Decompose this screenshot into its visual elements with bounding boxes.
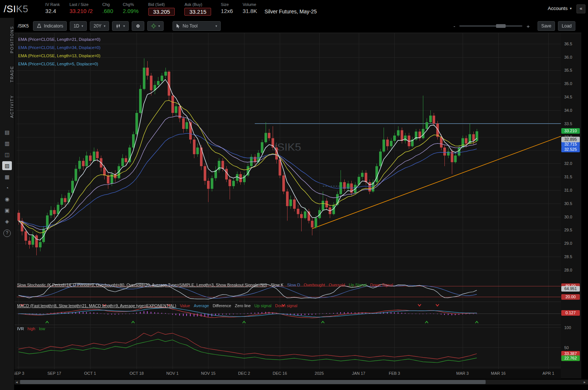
drawing-tool-dropdown[interactable]: No Tool ▾ [173, 21, 221, 31]
price-axis-label: 30.5 [564, 201, 572, 206]
header-stat-chg: Chg%2.09% [123, 2, 139, 14]
horizontal-scrollbar[interactable]: ◂ ▸ [14, 380, 588, 384]
zoom-out-button[interactable]: - [452, 23, 456, 29]
legend-item[interactable]: Oversold [329, 283, 345, 287]
accounts-dropdown[interactable]: Accounts ▾ [548, 6, 572, 11]
scroll-left-icon[interactable]: ◂ [14, 380, 19, 384]
price-axis-label: 35.0 [564, 81, 572, 86]
legend-item[interactable]: Up signal [254, 303, 272, 308]
range-dropdown[interactable]: 20Y ▾ [90, 21, 109, 31]
symbol-title: /SIK5 [4, 3, 28, 15]
legend-item[interactable]: Overbought [304, 283, 325, 287]
legend-item[interactable]: Down signal [275, 303, 298, 308]
stat-label: Size [221, 2, 233, 7]
stat-label: Ask (Buy) [184, 2, 211, 7]
price-axis-label: 34.0 [564, 108, 572, 113]
price-axis[interactable]: 36.536.035.535.034.534.033.533.032.532.0… [561, 33, 581, 378]
chevron-down-icon: ▾ [216, 24, 217, 28]
time-axis-label: NOV 15 [201, 371, 216, 376]
macd-panel[interactable]: MACD (Fast length=8, Slow length=21, MAC… [14, 302, 561, 325]
macd-legend: MACD (Fast length=8, Slow length=21, MAC… [17, 303, 301, 308]
header-stat-volume: Volume31.8K [243, 2, 257, 14]
chart-settings-button[interactable] [132, 21, 144, 31]
price-axis-label: 28.5 [564, 254, 572, 259]
ema-study-label[interactable]: EMA (Price=CLOSE, Length=21, Displace=0) [18, 35, 101, 43]
time-axis-label: 2025 [315, 371, 323, 376]
price-chart-panel[interactable]: /SIK5 EMA (Price=CLOSE, Length=21, Displ… [14, 33, 561, 282]
clock-icon[interactable]: ◔ [2, 183, 12, 192]
price-axis-label: 34.5 [564, 95, 572, 99]
axis-value-bubble: 33.210 [561, 128, 580, 134]
stat-label: Volume [243, 2, 257, 7]
zoom-slider-handle[interactable] [496, 24, 506, 28]
community-icon[interactable]: ◉ [2, 195, 12, 204]
scrollbar-thumb[interactable] [20, 380, 486, 384]
legend-item[interactable]: high [27, 326, 35, 331]
chart-type-dropdown[interactable]: ▾ [112, 21, 129, 31]
load-button[interactable]: Load [558, 21, 575, 31]
help-icon[interactable]: ? [3, 230, 11, 237]
macd-study-label[interactable]: MACD (Fast length=8, Slow length=21, MAC… [17, 303, 176, 308]
time-axis-label: MAR 3 [456, 371, 469, 376]
legend-item[interactable]: Slow D [287, 283, 300, 287]
zoom-in-button[interactable]: + [525, 23, 531, 29]
indicators-label: Indicators [44, 23, 63, 29]
sidebar-tabs: POSITIONSTRADEACTIVITY [0, 22, 14, 123]
symbol-month: K5 [16, 3, 28, 14]
ema-study-label[interactable]: EMA (Price=CLOSE, Length=13, Displace=0) [18, 52, 101, 60]
range-value: 20Y [93, 23, 101, 29]
cursor-icon [176, 24, 180, 29]
gear-icon [135, 23, 141, 29]
scan-icon[interactable]: ◫ [2, 150, 12, 159]
collapse-panel-button[interactable]: « [576, 4, 585, 13]
stat-value: .680 [102, 8, 113, 14]
price-chart-canvas[interactable] [17, 33, 561, 281]
zoom-slider[interactable] [459, 25, 522, 27]
price-axis-label: 31.5 [564, 175, 572, 179]
price-axis-label: 32.0 [564, 161, 572, 166]
ema-study-label[interactable]: EMA (Price=CLOSE, Length=5, Displace=0) [18, 60, 101, 68]
ema-study-label[interactable]: EMA (Price=CLOSE, Length=34, Displace=0) [18, 43, 101, 52]
monitor-icon[interactable]: ▤ [2, 128, 12, 137]
ivr-study-label[interactable]: IVR [17, 326, 24, 331]
indicators-button[interactable]: Indicators [33, 21, 67, 31]
time-axis-label: MAR 16 [491, 371, 506, 376]
stat-label: Chg [102, 2, 113, 7]
sidebar-tab-trade[interactable]: TRADE [0, 61, 14, 87]
legend-item[interactable]: Value [180, 303, 190, 308]
scroll-right-icon[interactable]: ▸ [582, 380, 587, 384]
ivr-panel[interactable]: IVRhighlow [14, 325, 561, 370]
watchlist-icon[interactable]: ▥ [2, 139, 12, 148]
sidebar-tab-positions[interactable]: POSITIONS [0, 22, 14, 58]
sidebar-tab-activity[interactable]: ACTIVITY [0, 91, 14, 123]
calendar-icon[interactable]: ▣ [2, 206, 12, 215]
tools-grid-icon[interactable]: ▦ [2, 172, 12, 181]
header-stat-bid-sell[interactable]: Bid (Sell)33.205 [148, 2, 175, 16]
legend-item[interactable]: Difference [213, 303, 231, 308]
stochastic-study-label[interactable]: Slow Stochastic (K Period=14, D Period=9… [17, 283, 267, 287]
ivr-canvas[interactable] [17, 325, 561, 369]
price-axis-label: 36.0 [564, 55, 572, 59]
ivr-axis-label: 100 [564, 325, 571, 330]
education-icon[interactable]: ◈ [2, 217, 12, 226]
timeframe-dropdown[interactable]: 1D ▾ [70, 21, 87, 31]
legend-item[interactable]: low [39, 326, 45, 331]
left-sidebar: POSITIONSTRADEACTIVITY ▤▥◫▨▦◔◉▣◈? [0, 18, 14, 390]
header-stat-last-size: Last / Size33.210 /2 [69, 2, 93, 14]
axis-value-bubble: 20.00 [561, 294, 580, 300]
chart-icon[interactable]: ▨ [2, 161, 12, 170]
stat-value: 32.4 [45, 8, 60, 14]
stat-value: 31.8K [243, 8, 257, 14]
legend-item[interactable]: Zero line [235, 303, 251, 308]
legend-item[interactable]: Slow K [271, 283, 283, 287]
crosshair-dropdown[interactable]: ▾ [147, 21, 164, 31]
stat-label: Last / Size [69, 2, 93, 7]
header-stat-ask-buy[interactable]: Ask (Buy)33.215 [184, 2, 211, 16]
stochastic-panel[interactable]: Slow Stochastic (K Period=14, D Period=9… [14, 281, 561, 302]
time-axis-label: OCT 18 [129, 371, 144, 376]
legend-item[interactable]: Up Signal [349, 283, 367, 287]
save-button[interactable]: Save [538, 21, 555, 31]
time-axis[interactable]: SEP 3SEP 17OCT 1OCT 18NOV 1NOV 15DEC 2DE… [14, 369, 561, 379]
legend-item[interactable]: Down Signal [370, 283, 393, 287]
legend-item[interactable]: Average [194, 303, 209, 308]
